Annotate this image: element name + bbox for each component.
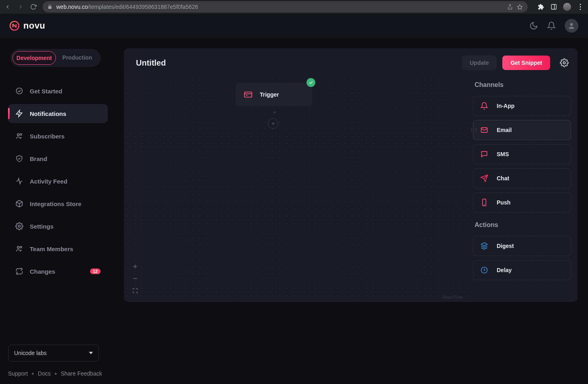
support-link[interactable]: Support xyxy=(8,370,28,377)
layers-icon xyxy=(480,242,489,250)
sidebar-item-notifications[interactable]: Notifications xyxy=(8,104,108,123)
channel-chat[interactable]: Chat xyxy=(473,168,571,188)
sidebar-item-team-members[interactable]: Team Members xyxy=(8,239,108,258)
sidebar-item-label: Team Members xyxy=(30,246,73,252)
sidebar-item-get-started[interactable]: Get Started xyxy=(8,81,108,101)
env-production[interactable]: Production xyxy=(56,51,99,65)
svg-point-5 xyxy=(580,9,581,10)
svg-point-11 xyxy=(19,225,21,227)
steps-panel: Channels In-App ⋮⋮ Email SMS xyxy=(468,75,578,302)
trigger-status-badge xyxy=(306,78,315,87)
changes-badge: 12 xyxy=(90,268,101,274)
browser-forward-button[interactable] xyxy=(17,3,24,10)
channel-in-app[interactable]: In-App xyxy=(473,96,571,116)
sidebar-item-label: Changes xyxy=(30,268,55,275)
bell-icon xyxy=(480,101,489,110)
caret-down-icon xyxy=(89,351,93,355)
browser-reload-button[interactable] xyxy=(30,3,37,10)
sidebar-item-brand[interactable]: Brand xyxy=(8,149,108,168)
browser-back-button[interactable] xyxy=(4,3,11,10)
channel-push[interactable]: Push xyxy=(473,192,571,213)
org-name: Unicode labs xyxy=(14,350,47,356)
action-digest[interactable]: Digest xyxy=(473,236,571,256)
channel-email[interactable]: ⋮⋮ Email xyxy=(473,120,571,140)
fullscreen-button[interactable] xyxy=(131,287,139,295)
sidebar-item-label: Integrations Store xyxy=(30,200,81,207)
env-development[interactable]: Development xyxy=(12,51,56,65)
action-label: Digest xyxy=(497,243,514,249)
browser-url-bar[interactable]: web.novu.co/templates/edit/6449395863188… xyxy=(43,1,528,12)
sidebar-item-label: Subscribers xyxy=(30,133,65,140)
get-snippet-button[interactable]: Get Snippet xyxy=(502,56,550,70)
svg-point-12 xyxy=(17,246,19,248)
sidebar-item-subscribers[interactable]: Subscribers xyxy=(8,126,108,146)
check-circle-icon xyxy=(15,87,23,95)
sidebar-item-label: Brand xyxy=(30,155,47,162)
browser-menu-icon[interactable] xyxy=(577,3,584,10)
star-icon[interactable] xyxy=(517,4,523,10)
sidebar-item-changes[interactable]: Changes 12 xyxy=(8,262,108,281)
settings-gear-icon[interactable] xyxy=(560,58,569,67)
channel-sms[interactable]: SMS xyxy=(473,144,571,164)
url-text: web.novu.co/templates/edit/6449395863188… xyxy=(56,4,198,10)
svg-point-3 xyxy=(580,4,581,5)
trigger-node[interactable]: Trigger xyxy=(236,83,312,106)
flow-area[interactable]: Trigger React Flow xyxy=(124,75,468,302)
gear-icon xyxy=(15,222,23,230)
shield-icon xyxy=(15,155,23,163)
organization-select[interactable]: Unicode labs xyxy=(8,345,99,361)
svg-point-8 xyxy=(16,88,23,94)
channel-label: Push xyxy=(497,199,510,206)
channel-label: Email xyxy=(497,127,512,133)
extensions-icon[interactable] xyxy=(537,3,545,10)
mobile-icon xyxy=(480,198,489,207)
connector-dot xyxy=(273,111,275,114)
sidebar-item-integrations-store[interactable]: Integrations Store xyxy=(8,194,108,213)
sidebar-item-label: Notifications xyxy=(30,110,66,117)
update-button[interactable]: Update xyxy=(462,56,497,70)
separator-dot xyxy=(32,373,34,375)
add-step-button[interactable] xyxy=(268,118,278,129)
trigger-icon xyxy=(244,90,253,99)
sidebar-item-activity-feed[interactable]: Activity Feed xyxy=(8,171,108,191)
share-icon[interactable] xyxy=(507,4,513,10)
notifications-bell-icon[interactable] xyxy=(547,21,556,30)
sidebar-item-settings[interactable]: Settings xyxy=(8,217,108,236)
theme-toggle-icon[interactable] xyxy=(529,21,538,30)
panel-icon[interactable] xyxy=(550,3,557,10)
logo-text: novu xyxy=(23,21,45,31)
mail-icon xyxy=(480,126,489,134)
docs-link[interactable]: Docs xyxy=(38,370,51,377)
svg-marker-0 xyxy=(517,4,522,9)
separator-dot xyxy=(55,373,57,375)
action-delay[interactable]: Delay xyxy=(473,260,571,280)
sidebar-item-label: Activity Feed xyxy=(30,178,67,185)
users-icon xyxy=(15,132,23,140)
app-header: novu xyxy=(0,14,588,38)
svg-rect-1 xyxy=(551,4,556,9)
feedback-link[interactable]: Share Feedback xyxy=(61,370,102,377)
channel-label: Chat xyxy=(497,175,509,182)
environment-switch: Development Production xyxy=(10,49,101,67)
svg-point-10 xyxy=(20,134,22,135)
user-avatar[interactable] xyxy=(565,19,578,33)
activity-icon xyxy=(15,177,23,185)
bolt-icon xyxy=(15,109,23,118)
logo[interactable]: novu xyxy=(10,21,45,31)
react-flow-attribution: React Flow xyxy=(442,295,463,299)
svg-point-9 xyxy=(17,134,19,136)
zoom-in-button[interactable] xyxy=(131,262,139,270)
browser-profile-avatar[interactable] xyxy=(563,3,571,11)
svg-point-4 xyxy=(580,6,581,8)
svg-rect-15 xyxy=(245,92,252,97)
svg-point-14 xyxy=(563,62,565,64)
sidebar-item-label: Get Started xyxy=(30,88,62,95)
zoom-out-button[interactable] xyxy=(131,275,139,283)
sidebar: Development Production Get Started Notif… xyxy=(0,38,116,384)
box-icon xyxy=(15,200,23,208)
team-icon xyxy=(15,245,23,253)
clock-icon xyxy=(480,266,489,275)
send-icon xyxy=(480,174,489,183)
workflow-title[interactable]: Untitled xyxy=(136,58,456,68)
sync-icon xyxy=(15,267,23,275)
